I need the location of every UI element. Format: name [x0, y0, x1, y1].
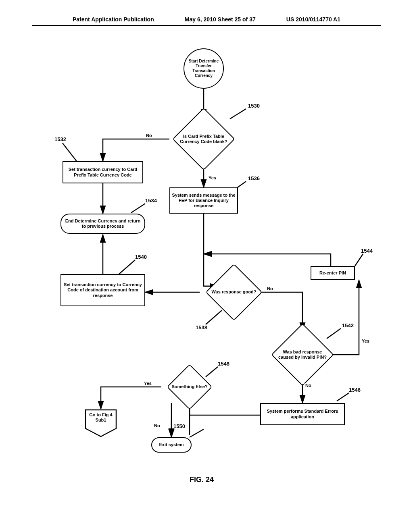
process-1544: Re-enter PIN [311, 266, 355, 280]
edge-1548-yes: Yes [143, 381, 152, 386]
edge-1538-no: No [266, 286, 274, 291]
edge-1548-no: No [153, 423, 161, 428]
svg-line-6 [131, 204, 145, 213]
decision-1548: Something Else? [161, 371, 218, 403]
ref-1536: 1536 [248, 175, 260, 181]
decision-1542-label: Was bad response caused by invalid PIN? [278, 349, 327, 360]
svg-line-18 [190, 429, 204, 437]
svg-line-7 [206, 310, 222, 324]
process-1536-label: System sends message to the FEP for Bala… [172, 193, 236, 209]
decision-1530: Is Card Prefix Table Currency Code blank… [169, 117, 238, 161]
header-center: May 6, 2010 Sheet 25 of 37 [185, 16, 256, 23]
decision-1538-label: Was response good? [203, 289, 265, 295]
decision-1542: Was bad response caused by invalid PIN? [272, 330, 333, 379]
header-right: US 2010/0114770 A1 [286, 16, 340, 23]
ref-1534: 1534 [145, 197, 157, 204]
decision-1530-label: Is Card Prefix Table Currency Code blank… [176, 134, 231, 144]
terminator-1534-label: End Determine Currency and return to pre… [63, 218, 143, 229]
process-1536: System sends message to the FEP for Bala… [169, 187, 238, 214]
ref-1530: 1530 [248, 103, 260, 109]
decision-1538: Was response good? [200, 272, 268, 312]
process-1540: Set transaction currency to Currency Cod… [60, 274, 145, 306]
process-1546: System performs Standard Errors applicat… [260, 403, 345, 425]
edge-1542-no: No [305, 383, 312, 388]
process-1546-label: System performs Standard Errors applicat… [263, 409, 342, 419]
svg-line-14 [337, 393, 349, 401]
process-1532-label: Set transaction currency to Card Prefix … [65, 167, 141, 177]
flowchart: Start Determine Transfer Transaction Cur… [40, 48, 371, 492]
process-1532: Set transaction currency to Card Prefix … [63, 161, 143, 183]
process-1544-label: Re-enter PIN [319, 270, 346, 276]
page: Patent Application Publication May 6, 20… [0, 0, 413, 532]
start-label: Start Determine Transfer Transaction Cur… [186, 59, 221, 78]
decision-1548-label: Something Else? [159, 384, 221, 389]
process-1540-label: Set transaction currency to Currency Cod… [63, 282, 143, 298]
edge-1530-no: No [145, 133, 153, 138]
ref-1538: 1538 [196, 324, 207, 330]
start-node: Start Determine Transfer Transaction Cur… [184, 48, 224, 89]
offpage-connector: Go to Fig 4 Sub1 [85, 409, 117, 437]
edge-1530-yes: Yes [208, 175, 217, 180]
ref-1542: 1542 [342, 322, 354, 328]
terminator-1534: End Determine Currency and return to pre… [60, 214, 145, 234]
terminator-1550-label: Exit system [159, 442, 184, 447]
ref-1532: 1532 [54, 136, 66, 142]
edge-1542-yes: Yes [361, 339, 370, 343]
ref-1544: 1544 [361, 248, 373, 254]
svg-line-12 [355, 254, 363, 266]
page-header: Patent Application Publication May 6, 20… [32, 0, 381, 26]
ref-1546: 1546 [349, 387, 361, 393]
offpage-label: Go to Fig 4 Sub1 [85, 412, 117, 423]
figure-caption: FIG. 24 [190, 476, 214, 484]
ref-1548: 1548 [218, 361, 229, 367]
svg-line-2 [63, 143, 77, 161]
header-left: Patent Application Publication [73, 16, 154, 23]
ref-1540: 1540 [135, 254, 147, 260]
terminator-1550: Exit system [151, 437, 192, 453]
svg-line-9 [119, 260, 135, 274]
ref-1550: 1550 [173, 423, 185, 429]
